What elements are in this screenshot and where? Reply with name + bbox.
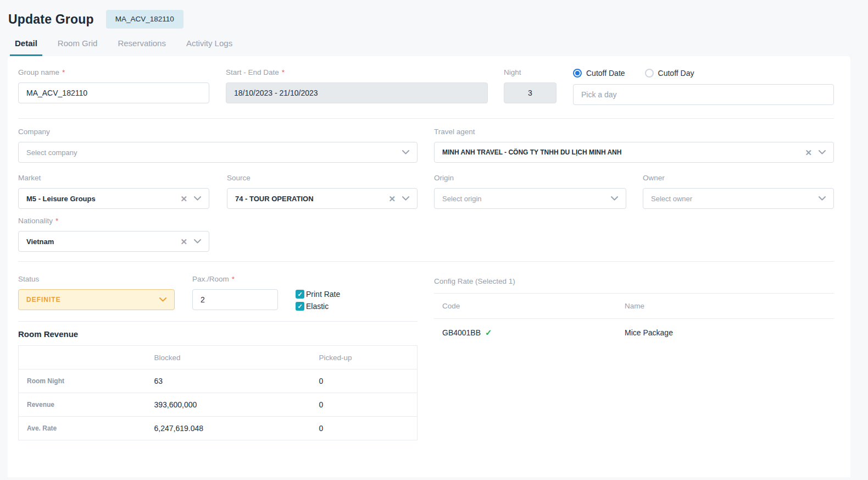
- checked-checkbox-icon: ✓: [296, 290, 304, 299]
- status-value: DEFINITE: [26, 296, 153, 304]
- selected-check-icon: ✓: [485, 328, 492, 338]
- revenue-blocked: 393,600,000: [146, 393, 311, 417]
- travel-agent-value: MINH ANH TRAVEL - CÔNG TY TNHH DU LỊCH M…: [442, 148, 798, 156]
- source-select[interactable]: 74 - TOUR OPERATION ✕: [227, 188, 418, 209]
- section-divider: [18, 118, 834, 119]
- company-field: Company Select company: [18, 128, 418, 163]
- cutoff-date-radio[interactable]: Cutoff Date: [573, 69, 625, 78]
- detail-form-card: Group name * Start - End Date * Night Cu…: [8, 56, 850, 477]
- owner-label: Owner: [643, 174, 665, 182]
- nationality-field: Nationality * Vietnam ✕: [18, 217, 209, 252]
- tab-bar: Detail Room Grid Reservations Activity L…: [0, 31, 868, 56]
- room-night-row-label: Room Night: [19, 369, 146, 393]
- room-night-blocked: 63: [146, 369, 311, 393]
- owner-select[interactable]: Select owner: [643, 188, 834, 209]
- rate-name: Mice Package: [625, 328, 834, 337]
- section-divider: [18, 261, 834, 262]
- room-revenue-title: Room Revenue: [18, 329, 418, 339]
- travel-agent-field: Travel agent MINH ANH TRAVEL - CÔNG TY T…: [434, 128, 834, 163]
- room-night-picked-up: 0: [311, 369, 418, 393]
- chevron-down-icon[interactable]: [159, 297, 166, 302]
- table-header-row: Blocked Picked-up: [19, 346, 418, 369]
- chevron-down-icon[interactable]: [402, 150, 409, 155]
- group-name-input[interactable]: [18, 82, 209, 103]
- source-label: Source: [227, 174, 251, 182]
- nationality-label: Nationality: [18, 217, 53, 225]
- pax-room-label: Pax./Room: [192, 275, 229, 283]
- config-rate-column: Config Rate (Selected 1) Code Name GB400…: [434, 275, 834, 440]
- chevron-down-icon[interactable]: [611, 196, 618, 201]
- travel-agent-select[interactable]: MINH ANH TRAVEL - CÔNG TY TNHH DU LỊCH M…: [434, 142, 834, 163]
- company-label: Company: [18, 128, 50, 136]
- tab-detail[interactable]: Detail: [10, 38, 42, 56]
- row-status-pax: Status DEFINITE Pax./Room *: [18, 275, 418, 311]
- required-marker: *: [55, 217, 58, 225]
- market-field: Market M5 - Leisure Groups ✕: [18, 174, 209, 209]
- radio-unselected-icon: [645, 69, 654, 78]
- status-revenue-column: Status DEFINITE Pax./Room *: [18, 275, 418, 440]
- required-marker: *: [282, 68, 285, 76]
- chevron-down-icon[interactable]: [194, 196, 201, 201]
- clear-icon[interactable]: ✕: [180, 238, 187, 246]
- tab-activity-logs[interactable]: Activity Logs: [181, 38, 237, 56]
- config-rate-title: Config Rate (Selected 1): [434, 277, 834, 285]
- cutoff-radio-group: Cutoff Date Cutoff Day: [573, 68, 834, 78]
- origin-label: Origin: [434, 174, 454, 182]
- owner-placeholder: Select owner: [651, 195, 812, 203]
- elastic-checkbox[interactable]: ✓ Elastic: [296, 302, 340, 311]
- market-select[interactable]: M5 - Leisure Groups ✕: [18, 188, 209, 209]
- origin-placeholder: Select origin: [442, 195, 604, 203]
- config-rate-row[interactable]: GB4001BB ✓ Mice Package: [434, 319, 834, 338]
- revenue-row-label: Revenue: [19, 393, 146, 417]
- date-range-label: Start - End Date: [226, 68, 279, 76]
- clear-icon[interactable]: ✕: [388, 195, 396, 203]
- clear-icon[interactable]: ✕: [180, 195, 187, 203]
- owner-field: Owner Select owner: [643, 174, 834, 209]
- date-range-input: [226, 82, 488, 103]
- picked-up-column-header: Picked-up: [311, 346, 418, 369]
- night-input: [504, 82, 557, 103]
- nationality-select[interactable]: Vietnam ✕: [18, 231, 209, 252]
- status-select[interactable]: DEFINITE: [18, 289, 175, 310]
- cutoff-day-picker-input[interactable]: [573, 84, 834, 105]
- tab-reservations[interactable]: Reservations: [113, 38, 171, 56]
- revenue-picked-up: 0: [311, 393, 418, 417]
- clear-icon[interactable]: ✕: [805, 148, 812, 157]
- chevron-down-icon[interactable]: [819, 196, 826, 201]
- name-column-header: Name: [625, 302, 834, 310]
- ave-rate-picked-up: 0: [311, 417, 418, 440]
- required-marker: *: [62, 68, 65, 76]
- source-field: Source 74 - TOUR OPERATION ✕: [227, 174, 418, 209]
- chevron-down-icon[interactable]: [819, 150, 826, 155]
- code-column-header: Code: [434, 302, 625, 310]
- room-revenue-table: Blocked Picked-up Room Night 63 0 Revenu…: [18, 345, 418, 440]
- tab-room-grid[interactable]: Room Grid: [53, 38, 103, 56]
- date-range-field: Start - End Date *: [226, 68, 488, 105]
- status-label: Status: [18, 275, 39, 283]
- checked-checkbox-icon: ✓: [296, 302, 304, 311]
- ave-rate-row-label: Ave. Rate: [19, 417, 146, 440]
- chevron-down-icon[interactable]: [402, 196, 409, 201]
- group-code-badge: MA_ACV_182110: [106, 10, 183, 29]
- night-field: Night: [504, 68, 557, 105]
- row-dates: Group name * Start - End Date * Night Cu…: [18, 68, 834, 105]
- section-divider: [18, 321, 418, 322]
- cutoff-day-radio[interactable]: Cutoff Day: [645, 69, 694, 78]
- ave-rate-blocked: 6,247,619.048: [146, 417, 311, 440]
- config-rate-header-row: Code Name: [434, 294, 834, 318]
- chevron-down-icon[interactable]: [194, 239, 201, 244]
- page-header: Update Group MA_ACV_182110: [0, 0, 868, 31]
- table-row: Ave. Rate 6,247,619.048 0: [19, 417, 418, 440]
- nationality-value: Vietnam: [26, 238, 174, 246]
- pax-room-field: Pax./Room *: [192, 275, 278, 311]
- group-name-label: Group name: [18, 68, 59, 76]
- rate-code: GB4001BB: [442, 328, 481, 337]
- print-rate-checkbox[interactable]: ✓ Print Rate: [296, 290, 340, 299]
- market-value: M5 - Leisure Groups: [26, 195, 174, 203]
- pax-room-input[interactable]: [192, 289, 278, 310]
- company-placeholder: Select company: [26, 148, 396, 157]
- required-marker: *: [232, 275, 235, 283]
- origin-select[interactable]: Select origin: [434, 188, 626, 209]
- company-select[interactable]: Select company: [18, 142, 418, 163]
- source-value: 74 - TOUR OPERATION: [235, 195, 382, 203]
